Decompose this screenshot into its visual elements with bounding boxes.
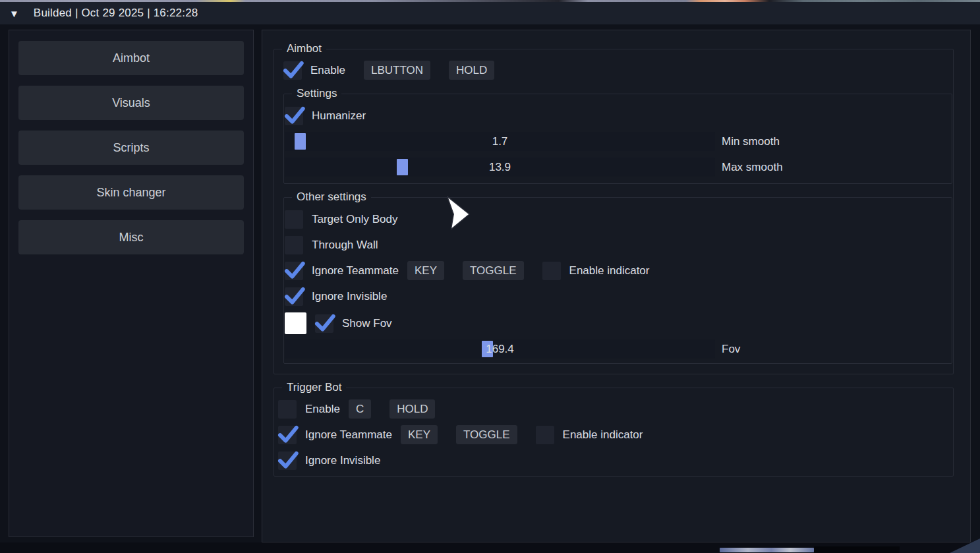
trigger-ignore-invisible-checkbox[interactable] bbox=[278, 451, 297, 470]
aimbot-enable-checkbox[interactable] bbox=[283, 61, 302, 80]
trigger-ignore-invisible-row: Ignore Invisible bbox=[278, 451, 953, 470]
max-smooth-value: 13.9 bbox=[489, 161, 511, 174]
fov-slider[interactable]: 169.4 bbox=[285, 339, 715, 359]
other-settings-group-legend: Other settings bbox=[292, 190, 371, 204]
trigger-ignore-invisible-label: Ignore Invisible bbox=[305, 454, 380, 467]
sidebar: Aimbot Visuals Scripts Skin changer Misc bbox=[9, 30, 254, 537]
check-icon bbox=[314, 311, 336, 334]
trigger-enable-indicator-checkbox[interactable] bbox=[536, 426, 554, 444]
show-fov-row: Show Fov bbox=[285, 312, 952, 334]
through-wall-checkbox[interactable] bbox=[285, 236, 303, 254]
humanizer-label: Humanizer bbox=[312, 109, 366, 123]
max-smooth-slider-handle[interactable] bbox=[397, 159, 408, 175]
min-smooth-row: 1.7 Min smooth bbox=[285, 132, 952, 151]
trigger-ignore-teammate-toggle-button[interactable]: TOGGLE bbox=[456, 425, 517, 444]
settings-group: Settings Humanizer 1.7 Min smooth bbox=[283, 94, 952, 184]
bottom-black-patch bbox=[814, 546, 900, 553]
aimbot-keymode-button[interactable]: HOLD bbox=[449, 61, 494, 80]
window-title: Builded | Oct 29 2025 | 16:22:28 bbox=[34, 7, 198, 20]
fov-value: 169.4 bbox=[486, 343, 514, 356]
check-icon bbox=[277, 448, 299, 471]
aimbot-enable-row: Enable LBUTTON HOLD bbox=[283, 61, 953, 80]
corner-game-triangle bbox=[950, 538, 980, 553]
aimbot-ignore-teammate-checkbox[interactable] bbox=[285, 262, 303, 280]
trigger-ignore-teammate-label: Ignore Teammate bbox=[305, 428, 392, 442]
fov-color-swatch[interactable] bbox=[285, 312, 306, 334]
trigger-keymode-button[interactable]: HOLD bbox=[389, 399, 435, 419]
fov-row: 169.4 Fov bbox=[285, 339, 952, 359]
aimbot-ignore-invisible-checkbox[interactable] bbox=[285, 287, 303, 306]
humanizer-checkbox[interactable] bbox=[285, 107, 303, 125]
trigger-bot-group: Trigger Bot Enable C HOLD Ignore Teammat… bbox=[274, 388, 954, 477]
humanizer-row: Humanizer bbox=[285, 106, 952, 125]
check-icon bbox=[283, 103, 306, 126]
sidebar-item-skin-changer[interactable]: Skin changer bbox=[18, 175, 244, 210]
trigger-ignore-teammate-checkbox[interactable] bbox=[278, 426, 297, 444]
sidebar-item-aimbot[interactable]: Aimbot bbox=[18, 41, 244, 75]
bottom-game-artifact bbox=[720, 548, 814, 552]
aimbot-ignore-teammate-label: Ignore Teammate bbox=[312, 264, 399, 277]
target-only-body-label: Target Only Body bbox=[312, 213, 397, 226]
trigger-bot-group-legend: Trigger Bot bbox=[282, 381, 346, 394]
min-smooth-value: 1.7 bbox=[492, 135, 508, 148]
bottom-edge bbox=[0, 542, 980, 553]
aimbot-ignore-teammate-key-button[interactable]: KEY bbox=[407, 261, 444, 280]
aimbot-ignore-invisible-row: Ignore Invisible bbox=[285, 287, 952, 306]
trigger-enable-indicator-label: Enable indicator bbox=[563, 428, 643, 442]
collapse-icon[interactable]: ▼ bbox=[9, 9, 19, 18]
trigger-enable-checkbox[interactable] bbox=[278, 400, 297, 419]
aimbot-enable-label: Enable bbox=[310, 64, 345, 77]
main-panel: Aimbot Enable LBUTTON HOLD Settings bbox=[262, 30, 971, 542]
through-wall-label: Through Wall bbox=[312, 239, 378, 252]
show-fov-label: Show Fov bbox=[342, 317, 392, 330]
max-smooth-slider[interactable]: 13.9 bbox=[285, 158, 715, 177]
aimbot-group-legend: Aimbot bbox=[282, 42, 326, 55]
trigger-enable-row: Enable C HOLD bbox=[278, 399, 953, 419]
menu-root: ▼ Builded | Oct 29 2025 | 16:22:28 Aimbo… bbox=[0, 0, 980, 553]
max-smooth-label: Max smooth bbox=[722, 161, 783, 174]
aimbot-ignore-invisible-label: Ignore Invisible bbox=[312, 290, 387, 303]
check-icon bbox=[282, 58, 304, 80]
min-smooth-slider[interactable]: 1.7 bbox=[285, 132, 715, 151]
sidebar-item-misc[interactable]: Misc bbox=[18, 220, 244, 254]
aimbot-enable-indicator-checkbox[interactable] bbox=[542, 262, 561, 280]
max-smooth-row: 13.9 Max smooth bbox=[285, 158, 952, 177]
other-settings-group: Other settings Target Only Body Through … bbox=[283, 197, 952, 364]
min-smooth-slider-handle[interactable] bbox=[295, 133, 306, 150]
target-only-body-checkbox[interactable] bbox=[285, 210, 303, 229]
trigger-ignore-teammate-key-button[interactable]: KEY bbox=[401, 425, 438, 444]
settings-group-legend: Settings bbox=[292, 87, 341, 100]
trigger-keybind-button[interactable]: C bbox=[349, 399, 371, 419]
target-only-body-row: Target Only Body bbox=[285, 210, 952, 229]
aimbot-ignore-teammate-toggle-button[interactable]: TOGGLE bbox=[463, 261, 524, 280]
trigger-ignore-teammate-row: Ignore Teammate KEY TOGGLE Enable indica… bbox=[278, 425, 953, 444]
trigger-enable-label: Enable bbox=[305, 403, 340, 416]
sidebar-item-visuals[interactable]: Visuals bbox=[18, 86, 244, 120]
check-icon bbox=[277, 422, 299, 445]
check-icon bbox=[283, 284, 306, 306]
aimbot-group: Aimbot Enable LBUTTON HOLD Settings bbox=[274, 49, 954, 374]
show-fov-checkbox[interactable] bbox=[315, 314, 333, 333]
fov-label: Fov bbox=[722, 343, 740, 356]
aimbot-keybind-button[interactable]: LBUTTON bbox=[364, 61, 430, 80]
min-smooth-label: Min smooth bbox=[722, 135, 780, 148]
aimbot-ignore-teammate-row: Ignore Teammate KEY TOGGLE Enable indica… bbox=[285, 261, 952, 280]
check-icon bbox=[283, 258, 306, 281]
through-wall-row: Through Wall bbox=[285, 235, 952, 254]
sidebar-item-scripts[interactable]: Scripts bbox=[18, 131, 244, 165]
title-bar: ▼ Builded | Oct 29 2025 | 16:22:28 bbox=[0, 2, 980, 24]
aimbot-enable-indicator-label: Enable indicator bbox=[569, 264, 650, 277]
